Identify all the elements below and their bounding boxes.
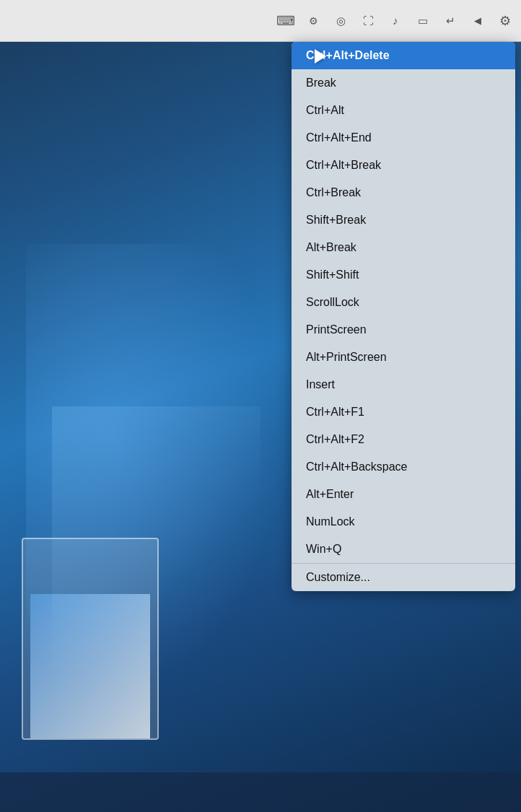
settings-icon[interactable]: ⚙ [495, 11, 515, 31]
return-icon[interactable]: ↵ [440, 11, 460, 31]
menu-item-shift-break[interactable]: Shift+Break [292, 206, 515, 234]
menubar: ⌨ ⚙ ◎ ⛶ ♪ ▭ ↵ ◀ ⚙ [0, 0, 521, 42]
taskbar [0, 772, 521, 812]
menu-item-ctrl-alt-f1[interactable]: Ctrl+Alt+F1 [292, 398, 515, 426]
desktop-window [22, 538, 159, 740]
display-icon[interactable]: ⛶ [358, 11, 378, 31]
menu-item-alt-printscreen[interactable]: Alt+PrintScreen [292, 344, 515, 371]
menu-item-alt-break[interactable]: Alt+Break [292, 234, 515, 261]
menu-item-printscreen[interactable]: PrintScreen [292, 316, 515, 344]
screen-icon[interactable]: ▭ [413, 11, 433, 31]
menu-item-win-q[interactable]: Win+Q [292, 536, 515, 563]
menu-item-ctrl-break[interactable]: Ctrl+Break [292, 179, 515, 206]
menu-item-shift-shift[interactable]: Shift+Shift [292, 261, 515, 289]
back-icon[interactable]: ◀ [468, 11, 488, 31]
menu-item-ctrl-alt-end[interactable]: Ctrl+Alt+End [292, 124, 515, 152]
usb-icon[interactable]: ⚙ [303, 11, 323, 31]
desktop: ⌨ ⚙ ◎ ⛶ ♪ ▭ ↵ ◀ ⚙ Ctrl+Alt+Delete Break … [0, 0, 521, 812]
desktop-window-content [30, 594, 150, 738]
menu-item-ctrl-alt-break[interactable]: Ctrl+Alt+Break [292, 152, 515, 179]
menu-item-scrolllock[interactable]: ScrollLock [292, 289, 515, 316]
mouse-cursor [315, 49, 326, 64]
menu-item-numlock[interactable]: NumLock [292, 508, 515, 536]
menu-item-alt-enter[interactable]: Alt+Enter [292, 481, 515, 508]
menu-item-customize[interactable]: Customize... [292, 563, 515, 591]
menu-item-insert[interactable]: Insert [292, 371, 515, 398]
keyboard-icon[interactable]: ⌨ [276, 11, 296, 31]
dropdown-menu: Ctrl+Alt+Delete Break Ctrl+Alt Ctrl+Alt+… [292, 42, 515, 591]
audio-icon[interactable]: ♪ [385, 11, 406, 31]
menu-item-ctrl-alt-backspace[interactable]: Ctrl+Alt+Backspace [292, 453, 515, 481]
menu-item-ctrl-alt[interactable]: Ctrl+Alt [292, 97, 515, 124]
menu-item-break[interactable]: Break [292, 69, 515, 97]
search-icon[interactable]: ◎ [330, 11, 351, 31]
menu-item-ctrl-alt-f2[interactable]: Ctrl+Alt+F2 [292, 426, 515, 453]
